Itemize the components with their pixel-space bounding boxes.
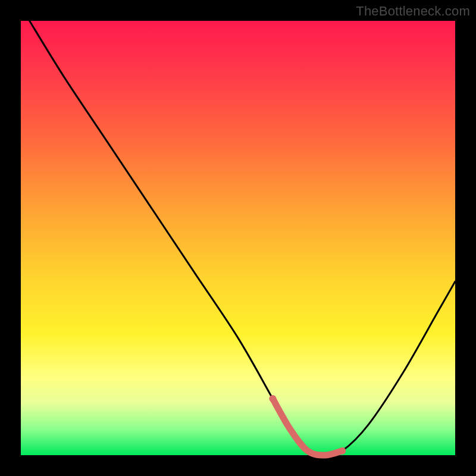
optimal-range-marker xyxy=(273,399,342,455)
chart-stage: TheBottleneck.com xyxy=(0,0,476,476)
optimal-range-start-dot xyxy=(269,395,276,402)
watermark-text: TheBottleneck.com xyxy=(356,4,470,19)
optimal-range-end-dot xyxy=(339,447,346,455)
bottleneck-curve xyxy=(30,21,455,455)
curve-svg xyxy=(21,21,455,455)
plot-area xyxy=(21,21,455,455)
